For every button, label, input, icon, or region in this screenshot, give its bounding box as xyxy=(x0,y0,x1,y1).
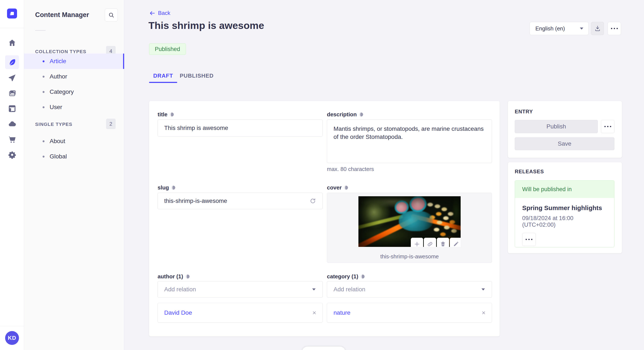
globe-icon xyxy=(360,274,365,279)
sidebar-item-article[interactable]: Article xyxy=(24,54,124,69)
locale-select[interactable]: English (en) xyxy=(530,22,589,35)
sidebar-item-settings[interactable] xyxy=(5,148,19,162)
add-relation-placeholder: Add relation xyxy=(164,286,312,293)
releases-panel: RELEASES Will be published in Spring Sum… xyxy=(508,162,622,253)
remove-relation-button[interactable] xyxy=(312,310,317,315)
subnav-title: Content Manager xyxy=(35,11,89,19)
search-button[interactable] xyxy=(105,8,118,21)
rail-divider-bottom xyxy=(0,326,24,326)
description-value: Mantis shrimps, or stomatopods, are mari… xyxy=(334,126,484,140)
release-date: 09/18/2024 at 16:00 (UTC+02:00) xyxy=(522,215,607,228)
tab-published[interactable]: PUBLISHED xyxy=(180,68,213,83)
chevron-down-icon xyxy=(312,288,316,291)
link-icon xyxy=(427,241,433,247)
sidebar-item-global[interactable]: Global xyxy=(24,149,124,164)
chevron-down-icon xyxy=(481,288,485,291)
plus-icon xyxy=(414,241,420,247)
close-icon xyxy=(481,310,486,315)
export-button[interactable] xyxy=(591,22,604,35)
slug-input[interactable]: this-shrimp-is-awesome xyxy=(158,193,323,209)
home-icon xyxy=(8,38,16,47)
more-actions-button[interactable] xyxy=(608,22,621,35)
status-badge: Published xyxy=(149,43,186,55)
globe-icon xyxy=(185,274,190,279)
more-horizontal-icon xyxy=(604,126,611,127)
sidebar-item-content-manager[interactable] xyxy=(5,55,19,69)
images-icon xyxy=(8,89,16,97)
field-label-text: title xyxy=(158,111,168,118)
remove-relation-button[interactable] xyxy=(481,310,486,315)
bottom-floating-pill[interactable] xyxy=(302,347,346,350)
refresh-icon xyxy=(310,198,316,204)
locale-value: English (en) xyxy=(536,25,580,32)
strapi-logo-icon xyxy=(9,11,15,16)
pencil-icon xyxy=(453,241,459,247)
add-asset-button[interactable] xyxy=(411,238,423,247)
edit-form-card: title This shrimp is awesome description… xyxy=(149,101,500,336)
section-single-types: SINGLE TYPES 2 xyxy=(24,119,124,129)
edit-asset-button[interactable] xyxy=(450,238,461,247)
search-icon xyxy=(108,12,114,18)
save-button[interactable]: Save xyxy=(515,137,614,150)
regenerate-slug-button[interactable] xyxy=(310,198,316,204)
publish-button[interactable]: Publish xyxy=(515,120,598,133)
globe-icon xyxy=(170,112,174,117)
version-tabs: DRAFT PUBLISHED xyxy=(149,68,213,83)
description-textarea[interactable]: Mantis shrimps, or stomatopods, are mari… xyxy=(327,120,492,163)
sidebar-item-home[interactable] xyxy=(5,36,19,49)
tab-draft[interactable]: DRAFT xyxy=(149,68,177,83)
release-more-button[interactable] xyxy=(522,233,536,246)
page-title: This shrimp is awesome xyxy=(148,19,264,31)
gear-icon xyxy=(8,151,16,159)
field-label-text: cover xyxy=(327,184,342,191)
releases-heading: RELEASES xyxy=(515,169,544,175)
bullet-icon xyxy=(42,140,44,142)
sidebar-item-deploy[interactable] xyxy=(5,117,19,131)
title-input-value: This shrimp is awesome xyxy=(164,125,228,131)
author-field-label: author (1) xyxy=(158,273,190,280)
slug-field-label: slug xyxy=(158,184,176,191)
cart-icon xyxy=(8,135,16,144)
author-relation-item: David Doe xyxy=(158,303,323,323)
back-link[interactable]: Back xyxy=(149,10,170,16)
sidebar-item-label: Article xyxy=(50,58,66,65)
sidebar-item-author[interactable]: Author xyxy=(24,69,124,84)
sidebar-item-label: Global xyxy=(50,153,67,160)
slug-input-value: this-shrimp-is-awesome xyxy=(164,197,310,204)
download-icon xyxy=(594,25,601,32)
globe-icon xyxy=(359,112,363,117)
cover-field-label: cover xyxy=(327,184,348,191)
sidebar-item-user[interactable]: User xyxy=(24,100,124,115)
more-horizontal-icon xyxy=(611,28,618,29)
avatar[interactable]: KD xyxy=(5,331,19,345)
field-label-text: description xyxy=(327,111,357,118)
paper-plane-icon xyxy=(8,74,16,82)
strapi-logo[interactable] xyxy=(7,8,17,18)
title-input[interactable]: This shrimp is awesome xyxy=(158,120,323,137)
bullet-icon xyxy=(42,156,44,158)
sidebar-item-media-library[interactable] xyxy=(5,86,19,100)
sidebar-item-category[interactable]: Category xyxy=(24,84,124,100)
nav-rail: KD xyxy=(0,0,24,350)
bullet-icon xyxy=(42,106,44,108)
relation-link[interactable]: David Doe xyxy=(164,309,312,316)
category-relation-item: nature xyxy=(327,303,492,323)
release-name: Spring Summer highlights xyxy=(522,204,607,212)
close-icon xyxy=(312,310,317,315)
sidebar-item-marketplace[interactable] xyxy=(5,133,19,146)
relation-link[interactable]: nature xyxy=(334,309,481,316)
sidebar-item-label: Category xyxy=(50,88,74,95)
sidebar-item-about[interactable]: About xyxy=(24,134,124,149)
content-manager-subnav: Content Manager COLLECTION TYPES 4 Artic… xyxy=(24,0,124,350)
sidebar-item-content-type-builder[interactable] xyxy=(5,102,19,116)
add-relation-placeholder: Add relation xyxy=(334,286,481,293)
chevron-down-icon xyxy=(580,27,584,30)
copy-link-button[interactable] xyxy=(424,238,436,247)
delete-asset-button[interactable] xyxy=(437,238,449,247)
category-add-relation-select[interactable]: Add relation xyxy=(327,281,492,298)
author-add-relation-select[interactable]: Add relation xyxy=(158,281,323,298)
cover-image xyxy=(358,196,461,247)
sidebar-item-releases[interactable] xyxy=(5,71,19,85)
entry-heading: ENTRY xyxy=(515,109,533,115)
entry-more-button[interactable] xyxy=(601,120,614,133)
